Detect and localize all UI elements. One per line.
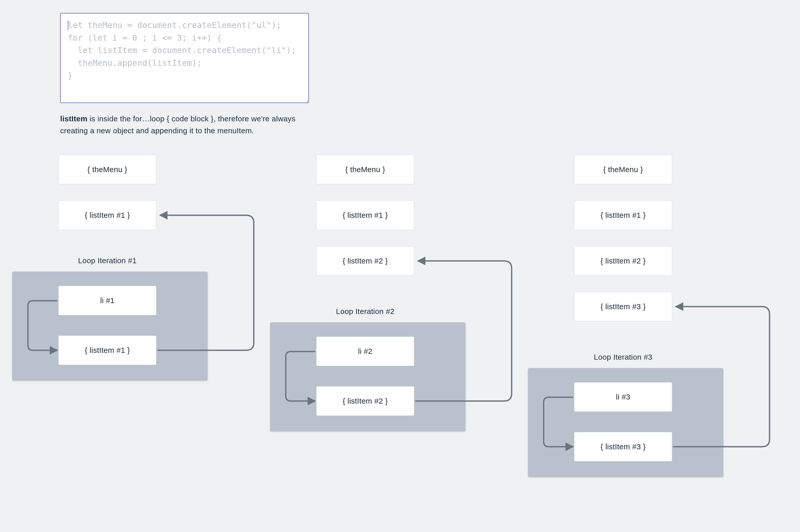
node-theMenu: { theMenu }: [574, 155, 672, 184]
explanation-rest: is inside the for…loop { code block }, t…: [60, 114, 296, 135]
iteration-box-1: li #1 { listItem #1 }: [12, 271, 208, 381]
code-line: theMenu.append(listItem);: [68, 58, 202, 68]
code-line: let listItem = document.createElement("l…: [68, 45, 296, 55]
node-listItem2-in: { listItem #2 }: [316, 386, 414, 416]
node-theMenu: { theMenu }: [58, 155, 156, 184]
iteration-box-2: li #2 { listItem #2 }: [270, 322, 465, 432]
node-li-3: li #3: [574, 382, 672, 412]
node-listItem1-in: { listItem #1 }: [58, 336, 156, 365]
node-listItem1: { listItem #1 }: [316, 201, 414, 230]
iteration-box-3: li #3 { listItem #3 }: [528, 368, 723, 477]
node-li-2: li #2: [316, 337, 414, 366]
node-listItem2: { listItem #2 }: [574, 246, 672, 276]
node-listItem1: { listItem #1 }: [574, 201, 672, 230]
code-line: let theMenu = document.createElement("ul…: [68, 20, 281, 30]
node-listItem3-in: { listItem #3 }: [574, 432, 672, 461]
iteration-label-1: Loop Iteration #1: [58, 256, 156, 265]
node-listItem3: { listItem #3 }: [574, 292, 672, 321]
explanation-bold: listItem: [60, 114, 87, 123]
iteration-label-3: Loop Iteration #3: [574, 353, 672, 361]
code-line: }: [68, 71, 73, 80]
node-listItem2: { listItem #2 }: [316, 246, 414, 276]
iteration-label-2: Loop Iteration #2: [316, 307, 414, 316]
explanation-text: listItem is inside the for…loop { code b…: [60, 113, 319, 136]
code-textarea[interactable]: let theMenu = document.createElement("ul…: [60, 13, 309, 103]
code-line: for (let i = 0 ; i <= 3; i++) {: [68, 33, 222, 43]
node-listItem1: { listItem #1 }: [58, 201, 156, 230]
node-theMenu: { theMenu }: [316, 155, 414, 184]
node-li-1: li #1: [58, 286, 156, 315]
